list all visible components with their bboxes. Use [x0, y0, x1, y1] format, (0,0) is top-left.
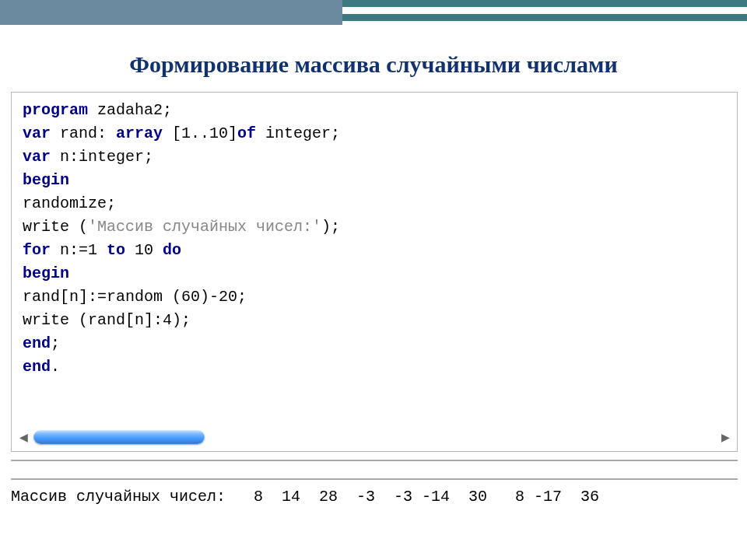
code-line: var n:integer;	[23, 145, 726, 169]
horizontal-scrollbar[interactable]: ◀ ▶	[12, 425, 737, 451]
code-line: write ('Массив случайных чисел:');	[23, 215, 726, 239]
code-line: var rand: array [1..10]of integer;	[23, 122, 726, 145]
scroll-left-arrow-icon[interactable]: ◀	[15, 429, 32, 446]
scrollbar-track[interactable]	[33, 430, 715, 444]
program-output: Массив случайных чисел: 8 14 28 -3 -3 -1…	[11, 488, 736, 506]
code-line: program zadaha2;	[23, 99, 726, 122]
header-bar-right	[342, 0, 747, 28]
code-editor-panel: program zadaha2; var rand: array [1..10]…	[11, 92, 738, 452]
code-line: begin	[23, 262, 726, 285]
code-area[interactable]: program zadaha2; var rand: array [1..10]…	[12, 93, 737, 425]
code-line: begin	[23, 169, 726, 192]
code-line: randomize;	[23, 192, 726, 215]
code-line: write (rand[n]:4);	[23, 309, 726, 332]
output-divider	[11, 460, 738, 480]
code-line: rand[n]:=random (60)-20;	[23, 285, 726, 309]
scrollbar-thumb[interactable]	[33, 430, 205, 444]
code-line: for n:=1 to 10 do	[23, 239, 726, 262]
code-line: end.	[23, 355, 726, 379]
header-bar-left	[0, 0, 342, 28]
code-line: end;	[23, 332, 726, 355]
scroll-right-arrow-icon[interactable]: ▶	[717, 429, 734, 446]
page-title: Формирование массива случайными числами	[0, 51, 747, 78]
code-empty-space	[23, 379, 726, 422]
header-decoration	[0, 0, 747, 28]
